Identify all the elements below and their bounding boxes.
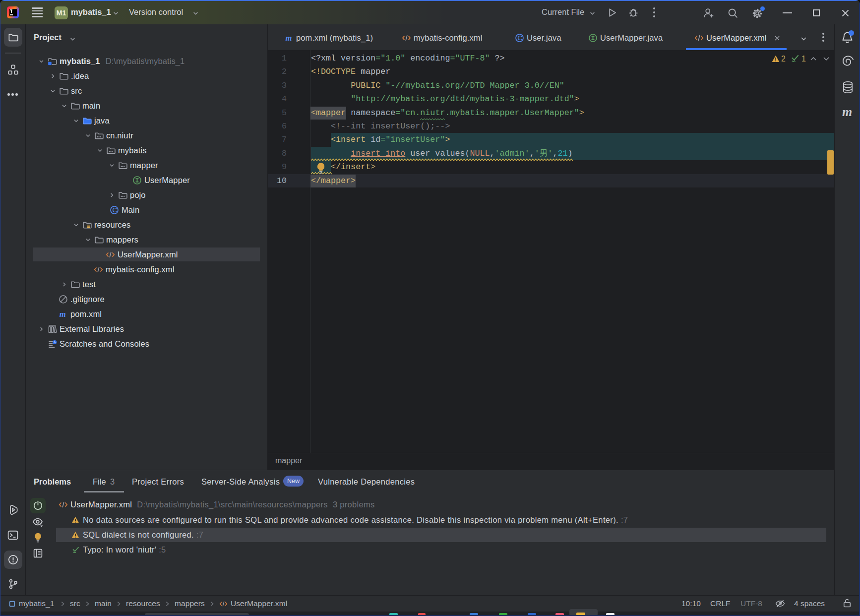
svg-text:C: C <box>517 34 522 42</box>
svg-text:m: m <box>285 33 292 43</box>
svg-text:C: C <box>112 206 117 214</box>
svg-text:m: m <box>60 309 66 319</box>
